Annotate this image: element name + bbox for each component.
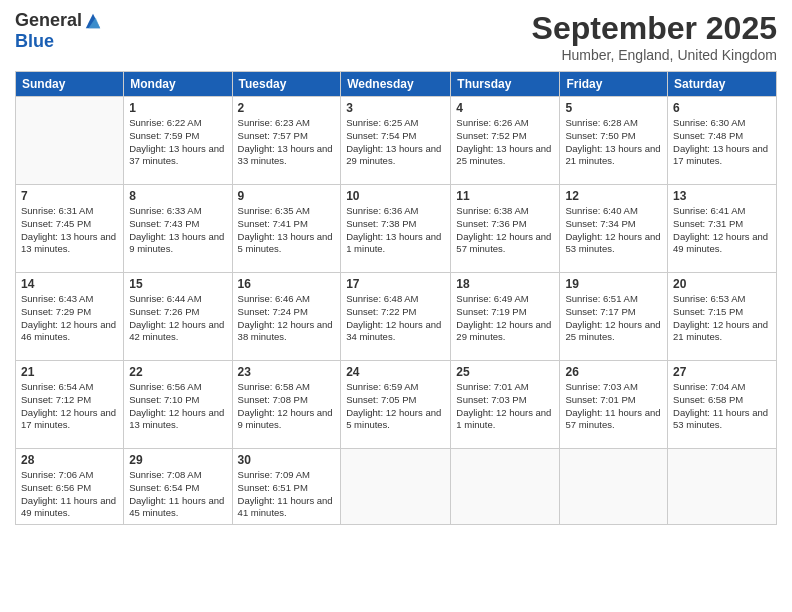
calendar: Sunday Monday Tuesday Wednesday Thursday…: [15, 71, 777, 525]
day-number: 30: [238, 453, 336, 467]
table-row: 21Sunrise: 6:54 AM Sunset: 7:12 PM Dayli…: [16, 361, 124, 449]
day-number: 4: [456, 101, 554, 115]
table-row: 28Sunrise: 7:06 AM Sunset: 6:56 PM Dayli…: [16, 449, 124, 525]
logo: General Blue: [15, 10, 102, 52]
day-number: 16: [238, 277, 336, 291]
day-number: 21: [21, 365, 118, 379]
header: General Blue September 2025 Humber, Engl…: [15, 10, 777, 63]
table-row: [668, 449, 777, 525]
logo-icon: [84, 12, 102, 30]
table-row: 15Sunrise: 6:44 AM Sunset: 7:26 PM Dayli…: [124, 273, 232, 361]
day-number: 12: [565, 189, 662, 203]
day-number: 24: [346, 365, 445, 379]
table-row: 24Sunrise: 6:59 AM Sunset: 7:05 PM Dayli…: [341, 361, 451, 449]
header-sunday: Sunday: [16, 72, 124, 97]
day-info: Sunrise: 6:46 AM Sunset: 7:24 PM Dayligh…: [238, 293, 336, 344]
day-info: Sunrise: 6:53 AM Sunset: 7:15 PM Dayligh…: [673, 293, 771, 344]
day-info: Sunrise: 6:36 AM Sunset: 7:38 PM Dayligh…: [346, 205, 445, 256]
day-number: 10: [346, 189, 445, 203]
day-info: Sunrise: 6:26 AM Sunset: 7:52 PM Dayligh…: [456, 117, 554, 168]
day-number: 6: [673, 101, 771, 115]
calendar-body: 1Sunrise: 6:22 AM Sunset: 7:59 PM Daylig…: [16, 97, 777, 525]
day-number: 2: [238, 101, 336, 115]
day-info: Sunrise: 6:40 AM Sunset: 7:34 PM Dayligh…: [565, 205, 662, 256]
table-row: 7Sunrise: 6:31 AM Sunset: 7:45 PM Daylig…: [16, 185, 124, 273]
day-number: 7: [21, 189, 118, 203]
header-tuesday: Tuesday: [232, 72, 341, 97]
day-number: 23: [238, 365, 336, 379]
table-row: 25Sunrise: 7:01 AM Sunset: 7:03 PM Dayli…: [451, 361, 560, 449]
logo-blue: Blue: [15, 31, 54, 52]
day-info: Sunrise: 7:09 AM Sunset: 6:51 PM Dayligh…: [238, 469, 336, 520]
day-number: 11: [456, 189, 554, 203]
day-number: 26: [565, 365, 662, 379]
day-info: Sunrise: 6:48 AM Sunset: 7:22 PM Dayligh…: [346, 293, 445, 344]
table-row: 9Sunrise: 6:35 AM Sunset: 7:41 PM Daylig…: [232, 185, 341, 273]
day-number: 13: [673, 189, 771, 203]
day-info: Sunrise: 6:51 AM Sunset: 7:17 PM Dayligh…: [565, 293, 662, 344]
day-info: Sunrise: 6:35 AM Sunset: 7:41 PM Dayligh…: [238, 205, 336, 256]
table-row: 30Sunrise: 7:09 AM Sunset: 6:51 PM Dayli…: [232, 449, 341, 525]
day-info: Sunrise: 6:28 AM Sunset: 7:50 PM Dayligh…: [565, 117, 662, 168]
day-number: 22: [129, 365, 226, 379]
table-row: 27Sunrise: 7:04 AM Sunset: 6:58 PM Dayli…: [668, 361, 777, 449]
table-row: 13Sunrise: 6:41 AM Sunset: 7:31 PM Dayli…: [668, 185, 777, 273]
table-row: 14Sunrise: 6:43 AM Sunset: 7:29 PM Dayli…: [16, 273, 124, 361]
logo-text: General: [15, 10, 102, 31]
day-info: Sunrise: 6:58 AM Sunset: 7:08 PM Dayligh…: [238, 381, 336, 432]
table-row: 26Sunrise: 7:03 AM Sunset: 7:01 PM Dayli…: [560, 361, 668, 449]
day-info: Sunrise: 7:01 AM Sunset: 7:03 PM Dayligh…: [456, 381, 554, 432]
table-row: 23Sunrise: 6:58 AM Sunset: 7:08 PM Dayli…: [232, 361, 341, 449]
day-info: Sunrise: 6:44 AM Sunset: 7:26 PM Dayligh…: [129, 293, 226, 344]
day-number: 29: [129, 453, 226, 467]
table-row: 1Sunrise: 6:22 AM Sunset: 7:59 PM Daylig…: [124, 97, 232, 185]
table-row: 4Sunrise: 6:26 AM Sunset: 7:52 PM Daylig…: [451, 97, 560, 185]
day-info: Sunrise: 6:49 AM Sunset: 7:19 PM Dayligh…: [456, 293, 554, 344]
day-number: 20: [673, 277, 771, 291]
day-info: Sunrise: 6:22 AM Sunset: 7:59 PM Dayligh…: [129, 117, 226, 168]
day-number: 8: [129, 189, 226, 203]
day-info: Sunrise: 6:23 AM Sunset: 7:57 PM Dayligh…: [238, 117, 336, 168]
header-friday: Friday: [560, 72, 668, 97]
table-row: 19Sunrise: 6:51 AM Sunset: 7:17 PM Dayli…: [560, 273, 668, 361]
day-info: Sunrise: 7:06 AM Sunset: 6:56 PM Dayligh…: [21, 469, 118, 520]
day-info: Sunrise: 6:25 AM Sunset: 7:54 PM Dayligh…: [346, 117, 445, 168]
day-info: Sunrise: 6:41 AM Sunset: 7:31 PM Dayligh…: [673, 205, 771, 256]
day-number: 28: [21, 453, 118, 467]
day-number: 19: [565, 277, 662, 291]
table-row: 29Sunrise: 7:08 AM Sunset: 6:54 PM Dayli…: [124, 449, 232, 525]
month-title: September 2025: [532, 10, 777, 47]
day-info: Sunrise: 7:08 AM Sunset: 6:54 PM Dayligh…: [129, 469, 226, 520]
day-number: 5: [565, 101, 662, 115]
day-number: 15: [129, 277, 226, 291]
table-row: 22Sunrise: 6:56 AM Sunset: 7:10 PM Dayli…: [124, 361, 232, 449]
day-number: 18: [456, 277, 554, 291]
day-number: 1: [129, 101, 226, 115]
table-row: 2Sunrise: 6:23 AM Sunset: 7:57 PM Daylig…: [232, 97, 341, 185]
table-row: 18Sunrise: 6:49 AM Sunset: 7:19 PM Dayli…: [451, 273, 560, 361]
table-row: 6Sunrise: 6:30 AM Sunset: 7:48 PM Daylig…: [668, 97, 777, 185]
table-row: 16Sunrise: 6:46 AM Sunset: 7:24 PM Dayli…: [232, 273, 341, 361]
table-row: 5Sunrise: 6:28 AM Sunset: 7:50 PM Daylig…: [560, 97, 668, 185]
table-row: [560, 449, 668, 525]
table-row: 11Sunrise: 6:38 AM Sunset: 7:36 PM Dayli…: [451, 185, 560, 273]
table-row: 10Sunrise: 6:36 AM Sunset: 7:38 PM Dayli…: [341, 185, 451, 273]
day-info: Sunrise: 6:59 AM Sunset: 7:05 PM Dayligh…: [346, 381, 445, 432]
title-section: September 2025 Humber, England, United K…: [532, 10, 777, 63]
day-number: 25: [456, 365, 554, 379]
header-wednesday: Wednesday: [341, 72, 451, 97]
day-info: Sunrise: 6:54 AM Sunset: 7:12 PM Dayligh…: [21, 381, 118, 432]
location: Humber, England, United Kingdom: [532, 47, 777, 63]
day-number: 14: [21, 277, 118, 291]
table-row: 3Sunrise: 6:25 AM Sunset: 7:54 PM Daylig…: [341, 97, 451, 185]
table-row: [341, 449, 451, 525]
day-info: Sunrise: 6:31 AM Sunset: 7:45 PM Dayligh…: [21, 205, 118, 256]
header-monday: Monday: [124, 72, 232, 97]
page: General Blue September 2025 Humber, Engl…: [0, 0, 792, 612]
table-row: 17Sunrise: 6:48 AM Sunset: 7:22 PM Dayli…: [341, 273, 451, 361]
day-info: Sunrise: 7:03 AM Sunset: 7:01 PM Dayligh…: [565, 381, 662, 432]
header-thursday: Thursday: [451, 72, 560, 97]
table-row: 20Sunrise: 6:53 AM Sunset: 7:15 PM Dayli…: [668, 273, 777, 361]
day-number: 9: [238, 189, 336, 203]
table-row: [451, 449, 560, 525]
